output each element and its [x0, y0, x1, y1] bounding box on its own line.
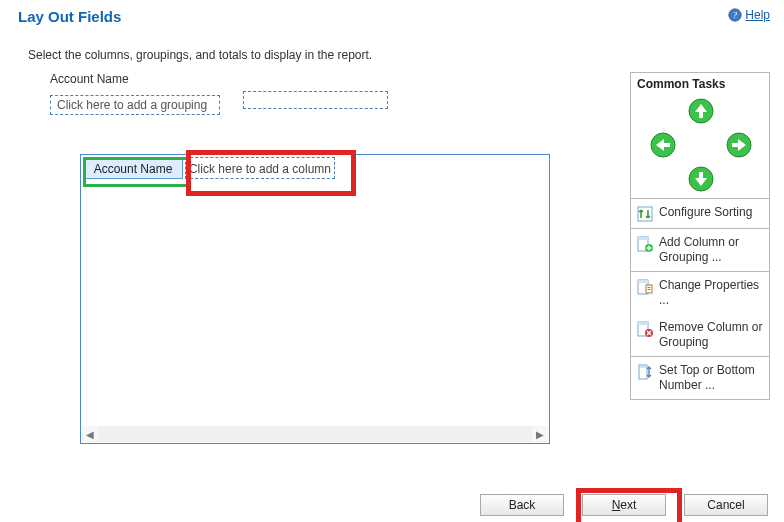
- cancel-label: Cancel: [707, 498, 744, 512]
- help-label: Help: [745, 8, 770, 22]
- report-canvas: Account Name Click here to add a column …: [80, 154, 550, 444]
- task-label: Change Properties ...: [659, 278, 763, 308]
- task-label: Set Top or Bottom Number ...: [659, 363, 763, 393]
- properties-icon: [637, 279, 653, 295]
- svg-rect-19: [640, 366, 646, 368]
- common-tasks-panel: Common Tasks: [630, 72, 770, 399]
- add-column-icon: [637, 236, 653, 252]
- move-right-button[interactable]: [725, 131, 753, 159]
- column-header-text: Account Name: [94, 162, 173, 176]
- task-add-column[interactable]: Add Column or Grouping ...: [631, 229, 769, 271]
- move-left-button[interactable]: [649, 131, 677, 159]
- next-button[interactable]: Next: [582, 494, 666, 516]
- svg-rect-8: [638, 237, 648, 240]
- move-up-button[interactable]: [687, 97, 715, 125]
- common-tasks-title: Common Tasks: [631, 73, 769, 93]
- task-label: Add Column or Grouping ...: [659, 235, 763, 265]
- empty-grouping-box[interactable]: [243, 91, 388, 109]
- move-arrows: [631, 93, 769, 198]
- hscroll-right-icon[interactable]: ▶: [532, 426, 548, 442]
- task-remove-column[interactable]: Remove Column or Grouping: [631, 314, 769, 356]
- help-link[interactable]: ? Help: [728, 8, 770, 22]
- svg-rect-6: [638, 207, 652, 221]
- remove-column-icon: [637, 321, 653, 337]
- task-configure-sorting[interactable]: Configure Sorting: [631, 199, 769, 228]
- wizard-footer: Back Next Cancel: [480, 494, 768, 516]
- next-label-rest: ext: [620, 498, 636, 512]
- add-grouping-text: Click here to add a grouping: [57, 98, 207, 112]
- back-button[interactable]: Back: [480, 494, 564, 516]
- sort-icon: [637, 206, 653, 222]
- svg-rect-13: [648, 287, 651, 288]
- task-change-properties[interactable]: Change Properties ...: [631, 272, 769, 314]
- svg-rect-11: [638, 280, 648, 283]
- add-column-box[interactable]: Click here to add a column: [185, 157, 335, 179]
- svg-rect-14: [648, 289, 651, 290]
- help-icon: ?: [728, 8, 742, 22]
- hscroll-left-icon[interactable]: ◀: [82, 426, 98, 442]
- back-label: Back: [509, 498, 536, 512]
- add-grouping-box[interactable]: Click here to add a grouping: [50, 95, 220, 115]
- task-label: Remove Column or Grouping: [659, 320, 763, 350]
- active-field-label: Account Name: [50, 72, 550, 86]
- task-label: Configure Sorting: [659, 205, 763, 220]
- cancel-button[interactable]: Cancel: [684, 494, 768, 516]
- column-header-account-name[interactable]: Account Name: [83, 157, 183, 179]
- move-down-button[interactable]: [687, 165, 715, 193]
- task-set-top-bottom[interactable]: Set Top or Bottom Number ...: [631, 357, 769, 399]
- topn-icon: [637, 364, 653, 380]
- add-column-text: Click here to add a column: [189, 162, 331, 176]
- instruction-text: Select the columns, groupings, and total…: [0, 34, 784, 62]
- svg-text:?: ?: [733, 10, 738, 20]
- page-title: Lay Out Fields: [18, 8, 121, 25]
- layout-area: Account Name Click here to add a groupin…: [50, 72, 550, 115]
- svg-rect-16: [638, 322, 648, 325]
- hscrollbar[interactable]: ◀ ▶: [82, 426, 548, 442]
